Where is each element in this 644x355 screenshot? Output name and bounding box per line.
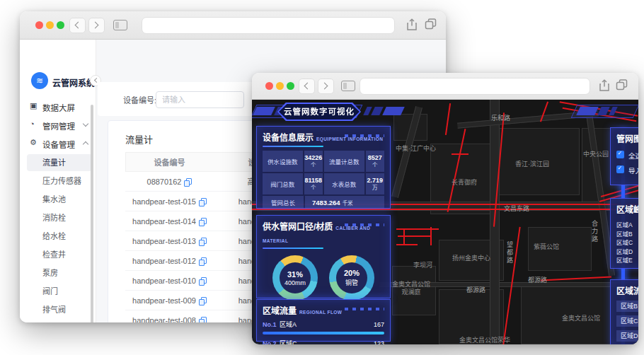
forward-button[interactable]: [88, 18, 105, 33]
legend-row: 区域B: [616, 229, 638, 238]
rank-bar: [263, 332, 384, 334]
device-id: 08870162: [147, 178, 182, 186]
copy-icon[interactable]: [199, 317, 205, 322]
back-button[interactable]: [69, 18, 86, 33]
close-window-button[interactable]: [35, 21, 43, 29]
share-icon[interactable]: [406, 18, 418, 31]
chevron-down-icon: [83, 121, 88, 127]
flow-list-row: 区域B: [616, 301, 638, 312]
sidebar-item-device-mgmt[interactable]: ⚙ 设备管理: [20, 134, 96, 153]
sidebar-toggle-icon[interactable]: [341, 81, 355, 91]
address-bar[interactable]: [142, 17, 395, 34]
checkbox-checked-icon[interactable]: [616, 165, 624, 173]
layer-option[interactable]: 全选: [616, 151, 638, 160]
stat-label: 流量计总数: [324, 151, 364, 172]
device-id: handpear-test-009: [132, 296, 196, 305]
device-id: handpear-test-012: [132, 257, 196, 265]
sidebar-item-label: 数据大屏: [42, 102, 75, 113]
checkbox-checked-icon[interactable]: [616, 151, 624, 158]
minimize-window-button[interactable]: [276, 82, 284, 90]
map-label: 中央公园: [583, 149, 609, 158]
rank-row: No.2 区域C 123: [263, 339, 384, 344]
panel-title: 区域流: [616, 284, 638, 296]
pipe-line: [430, 227, 432, 245]
device-id: handpear-test-014: [132, 217, 196, 226]
sidebar-subitem-pressure-sensor[interactable]: 压力传感器: [27, 173, 92, 190]
card-title: 流量计: [125, 132, 153, 146]
maximize-window-button[interactable]: [287, 82, 294, 90]
maximize-window-button[interactable]: [57, 21, 64, 29]
app-logo-icon: ≋: [31, 72, 48, 89]
sidebar-item-label: 设备管理: [42, 139, 75, 150]
tabs-icon[interactable]: [616, 79, 628, 91]
sidebar-toggle-icon[interactable]: [113, 20, 127, 30]
minimize-window-button[interactable]: [46, 21, 54, 29]
share-icon[interactable]: [599, 79, 610, 92]
sidebar-subitem-inspection-well[interactable]: 检查井: [27, 246, 92, 263]
copy-icon[interactable]: [199, 257, 205, 264]
caliber-material-panel: 供水管网口径/材质CALIBER AND MATERIAL 31%400mm 2…: [256, 215, 391, 298]
tabs-icon[interactable]: [425, 18, 437, 30]
sidebar-subitem-flow-meter[interactable]: 流量计: [27, 154, 92, 171]
map-label: 合力路: [590, 220, 599, 243]
sidebar: ≋ 云管网系统 ▣ 数据大屏 ◔ 管网管理 ⚙ 设备管理 流量计 压力传感器 集…: [20, 40, 96, 322]
copy-icon[interactable]: [199, 277, 205, 284]
dashboard-title-badge: 云管网数字可视化: [277, 103, 361, 121]
stat-value: 2.719万: [366, 173, 384, 194]
map-label: 李坝河: [413, 260, 432, 269]
copy-icon[interactable]: [199, 198, 205, 205]
stat-value: 81158个: [304, 173, 323, 194]
checkbox-label: 全选: [628, 151, 638, 161]
sidebar-subitem-water-outlet[interactable]: 出水口: [27, 320, 92, 322]
header-decoration: [253, 107, 275, 115]
device-id: handpear-test-015: [132, 197, 196, 206]
map-label: 紫薇公馆: [534, 242, 559, 251]
chevron-right-icon: [92, 22, 99, 29]
pipe-line: [396, 244, 418, 245]
panel-subtitle: EQUIPMENT INFORMATION: [316, 136, 383, 141]
map-label: 香江·滨江园: [515, 159, 549, 168]
device-id-label: 设备编号:: [123, 94, 156, 105]
header-decoration: [382, 107, 405, 115]
sidebar-subitem-collecting-pool[interactable]: 集水池: [27, 191, 92, 208]
map-label: 都源路: [528, 275, 547, 284]
sidebar-scrollbar[interactable]: [91, 105, 93, 322]
copy-icon[interactable]: [199, 238, 205, 245]
copy-icon[interactable]: [199, 297, 205, 304]
flow-list-row: 区域D: [616, 330, 638, 342]
checkbox-label: 导入: [628, 165, 638, 175]
sidebar-subitem-fire-hydrant[interactable]: 消防栓: [27, 209, 92, 226]
sidebar-item-pipe-network[interactable]: ◔ 管网管理: [20, 116, 96, 134]
back-button[interactable]: [299, 78, 315, 94]
copy-icon[interactable]: [199, 218, 205, 225]
pipe-line: [452, 153, 468, 155]
layer-option[interactable]: 导入: [616, 165, 638, 175]
pipe-layers-panel: 管网图 全选 导入: [610, 127, 638, 185]
sidebar-subitem-valve[interactable]: 阀门: [27, 283, 92, 300]
rank-row: No.1 区域A 167: [263, 320, 384, 329]
panel-decoration: [345, 308, 384, 310]
sidebar-subitem-exhaust-valve[interactable]: 排气阀: [27, 301, 92, 318]
device-id: handpear-test-013: [132, 237, 196, 245]
equipment-info-panel: 设备信息展示EQUIPMENT INFORMATION 供水设施数 34226个…: [256, 126, 391, 209]
forward-button[interactable]: [318, 78, 334, 94]
pipe-line: [403, 228, 405, 244]
device-icon: ⚙: [30, 138, 37, 147]
rank-badge: No.1: [263, 321, 280, 328]
close-window-button[interactable]: [265, 82, 273, 90]
pipe-network-icon: ◔: [30, 120, 35, 128]
legend-row: 区域D: [616, 247, 638, 255]
donut-percent: 20%: [344, 269, 360, 277]
chevron-right-icon: [321, 83, 328, 90]
region-value: 123: [374, 340, 384, 345]
stat-value: 34226个: [304, 151, 323, 172]
legend-row: 区域C: [616, 238, 638, 246]
rank-badge: No.2: [263, 340, 280, 345]
address-bar[interactable]: [360, 78, 590, 95]
sidebar-subitem-pump-house[interactable]: 泵房: [27, 264, 92, 281]
app-title: 云管网系统: [52, 76, 95, 88]
sidebar-item-data-screen[interactable]: ▣ 数据大屏: [20, 98, 96, 116]
copy-icon[interactable]: [184, 178, 190, 185]
sidebar-subitem-water-hydrant[interactable]: 给水栓: [27, 228, 92, 245]
device-id-input[interactable]: [156, 91, 244, 108]
